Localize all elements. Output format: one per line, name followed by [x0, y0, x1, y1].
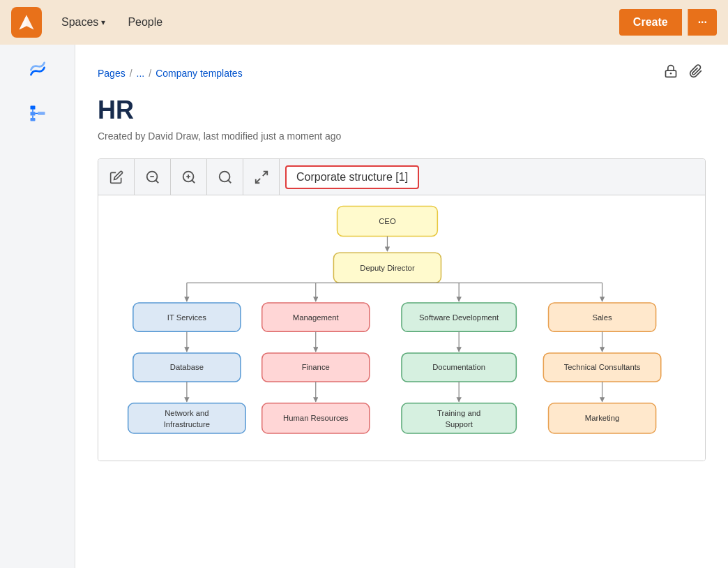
- marketing-node-text: Marketing: [585, 414, 620, 422]
- software-dev-node-text: Software Development: [419, 313, 499, 322]
- diagram-canvas: CEO Deputy Director: [98, 195, 705, 461]
- diagram-container: Corporate structure [1] CEO: [98, 158, 706, 461]
- network-node-text: Network and: [165, 409, 208, 417]
- lock-icon-button[interactable]: [661, 61, 681, 84]
- people-label: People: [128, 16, 162, 29]
- breadcrumb-sep2: /: [149, 68, 151, 79]
- svg-rect-47: [402, 403, 516, 433]
- top-navigation: Spaces ▾ People Create ···: [0, 0, 728, 45]
- human-resources-node-text: Human Resources: [283, 414, 349, 422]
- breadcrumb: Pages / ... / Company templates: [98, 61, 706, 84]
- sidebar-icon-tree[interactable]: [22, 98, 53, 128]
- svg-point-8: [670, 73, 672, 75]
- it-services-node-text: IT Services: [167, 313, 207, 322]
- training-node-text: Training and: [437, 409, 480, 417]
- breadcrumb-pages[interactable]: Pages: [98, 68, 126, 79]
- spaces-chevron-icon: ▾: [101, 17, 105, 27]
- management-node-text: Management: [293, 313, 340, 322]
- sidebar: [0, 45, 75, 568]
- ceo-node-text: CEO: [379, 217, 396, 225]
- svg-rect-2: [30, 118, 35, 121]
- technical-consultants-node-text: Technical Consultants: [564, 363, 641, 371]
- page-content: Pages / ... / Company templates: [75, 45, 728, 568]
- svg-rect-0: [30, 106, 35, 110]
- spaces-label: Spaces: [61, 16, 98, 29]
- zoom-in-button[interactable]: [171, 159, 207, 195]
- svg-line-17: [228, 180, 231, 183]
- training-node-text2: Support: [445, 420, 473, 428]
- svg-rect-1: [30, 112, 35, 115]
- page-meta: Created by David Draw, last modified jus…: [98, 130, 706, 142]
- spaces-button[interactable]: Spaces ▾: [53, 10, 114, 34]
- page-icons: [661, 61, 706, 84]
- database-node-text: Database: [170, 363, 204, 371]
- breadcrumb-company-templates[interactable]: Company templates: [156, 68, 243, 79]
- breadcrumb-ellipsis[interactable]: ...: [137, 68, 145, 79]
- page-title: HR: [98, 96, 706, 125]
- documentation-node-text: Documentation: [432, 363, 485, 371]
- svg-rect-45: [128, 403, 245, 433]
- breadcrumb-sep1: /: [130, 68, 132, 79]
- deputy-node-text: Deputy Director: [360, 264, 415, 272]
- network-node-text2: Infrastructure: [164, 420, 210, 428]
- svg-point-16: [219, 171, 229, 181]
- finance-node-text: Finance: [302, 363, 330, 371]
- edit-button[interactable]: [98, 159, 135, 195]
- svg-line-18: [262, 171, 266, 175]
- app-logo[interactable]: [11, 7, 42, 38]
- attachment-icon-button[interactable]: [686, 61, 706, 84]
- svg-line-10: [156, 180, 158, 183]
- sales-node-text: Sales: [592, 313, 612, 322]
- sidebar-icon-confluence[interactable]: [22, 56, 53, 87]
- search-button[interactable]: [207, 159, 243, 195]
- svg-line-13: [192, 180, 195, 183]
- diagram-toolbar: Corporate structure [1]: [98, 159, 705, 195]
- svg-line-19: [255, 178, 259, 182]
- diagram-title: Corporate structure [1]: [285, 165, 419, 189]
- zoom-out-button[interactable]: [135, 159, 171, 195]
- create-button[interactable]: Create: [619, 9, 682, 36]
- svg-rect-3: [38, 112, 45, 114]
- main-layout: Pages / ... / Company templates: [0, 45, 728, 568]
- more-button[interactable]: ···: [688, 9, 717, 36]
- fullscreen-button[interactable]: [243, 159, 280, 195]
- people-button[interactable]: People: [119, 10, 171, 34]
